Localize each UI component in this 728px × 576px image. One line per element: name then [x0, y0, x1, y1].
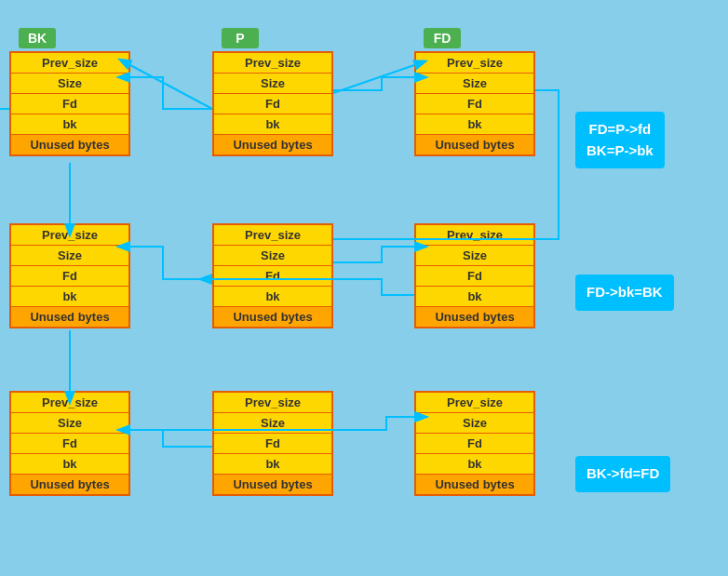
bk2-unused: Unused bytes — [11, 307, 128, 327]
fd-block-row3: Prev_size Size Fd bk Unused bytes — [414, 391, 535, 496]
fd2-fd: Fd — [416, 266, 533, 287]
p-label-row1: P — [222, 28, 259, 48]
bk2-size: Size — [11, 246, 128, 266]
bk3-bk: bk — [11, 454, 128, 475]
fd2-size: Size — [416, 246, 533, 266]
arrow-p1-to-fd1-poly — [333, 77, 414, 90]
arrow-p3-bk-to-bk3 — [130, 430, 212, 447]
p-tag-row1: P — [222, 28, 259, 48]
bk2-prevsize: Prev_size — [11, 225, 128, 246]
fd2-prevsize: Prev_size — [416, 225, 533, 246]
fd3-bk: bk — [416, 454, 533, 475]
info1-line1: FD=P->fd — [586, 119, 654, 141]
p-block-row1: Prev_size Size Fd bk Unused bytes — [212, 51, 333, 156]
p1-size: Size — [214, 74, 331, 94]
p2-fd: Fd — [214, 266, 331, 287]
p3-prevsize: Prev_size — [214, 393, 331, 413]
bk3-size: Size — [11, 413, 128, 434]
arrow-p2-bk-to-bk2 — [130, 247, 212, 279]
info-box-row3: BK->fd=FD — [575, 456, 670, 492]
p3-fd: Fd — [214, 434, 331, 454]
fd1-unused: Unused bytes — [416, 135, 533, 154]
bk1-fd: Fd — [11, 94, 128, 114]
fd-tag-row1: FD — [424, 28, 461, 48]
p3-bk: bk — [214, 454, 331, 475]
bk-label-row1: BK — [19, 28, 56, 48]
p2-bk: bk — [214, 287, 331, 307]
p3-size: Size — [214, 413, 331, 434]
bk1-prevsize: Prev_size — [11, 53, 128, 74]
fd2-unused: Unused bytes — [416, 307, 533, 327]
fd2-bk: bk — [416, 287, 533, 307]
fd3-unused: Unused bytes — [416, 475, 533, 494]
bk-block-row1: Prev_size Size Fd bk Unused bytes — [9, 51, 130, 156]
bk1-unused: Unused bytes — [11, 135, 128, 154]
fd-label-row1: FD — [424, 28, 461, 48]
arrow-p3-fd-to-fd3 — [333, 417, 414, 430]
fd1-bk: bk — [416, 114, 533, 135]
p-block-row2: Prev_size Size Fd bk Unused bytes — [212, 223, 333, 328]
bk3-fd: Fd — [11, 434, 128, 454]
arrow-p1-to-bk1-poly — [130, 77, 212, 109]
fd-block-row2: Prev_size Size Fd bk Unused bytes — [414, 223, 535, 328]
arrow-p2-fd-to-fd2 — [333, 247, 414, 262]
fd1-prevsize: Prev_size — [416, 53, 533, 74]
fd3-prevsize: Prev_size — [416, 393, 533, 413]
p2-prevsize: Prev_size — [214, 225, 331, 246]
arrow-p1-fd-to-fd1 — [333, 65, 414, 93]
bk3-unused: Unused bytes — [11, 475, 128, 494]
info1-line2: BK=P->bk — [586, 141, 654, 162]
bk1-bk: bk — [11, 114, 128, 135]
p2-size: Size — [214, 246, 331, 266]
bk-block-row2: Prev_size Size Fd bk Unused bytes — [9, 223, 130, 328]
fd3-size: Size — [416, 413, 533, 434]
fd1-fd: Fd — [416, 94, 533, 114]
info-box-row2: FD->bk=BK — [575, 275, 674, 311]
p3-unused: Unused bytes — [214, 475, 331, 494]
fd3-fd: Fd — [416, 434, 533, 454]
arrow-p1-bk-to-bk1 — [130, 65, 212, 109]
bk1-size: Size — [11, 74, 128, 94]
p2-unused: Unused bytes — [214, 307, 331, 327]
info-box-row1: FD=P->fd BK=P->bk — [575, 112, 665, 168]
p1-fd: Fd — [214, 94, 331, 114]
p-block-row3: Prev_size Size Fd bk Unused bytes — [212, 391, 333, 496]
bk2-fd: Fd — [11, 266, 128, 287]
info2-text: FD->bk=BK — [586, 282, 663, 303]
bk2-bk: bk — [11, 287, 128, 307]
bk-tag-row1: BK — [19, 28, 56, 48]
p1-prevsize: Prev_size — [214, 53, 331, 74]
info3-text: BK->fd=FD — [586, 463, 659, 485]
p1-bk: bk — [214, 114, 331, 135]
p1-unused: Unused bytes — [214, 135, 331, 154]
bk3-prevsize: Prev_size — [11, 393, 128, 413]
fd-block-row1: Prev_size Size Fd bk Unused bytes — [414, 51, 535, 156]
bk-block-row3: Prev_size Size Fd bk Unused bytes — [9, 391, 130, 496]
fd1-size: Size — [416, 74, 533, 94]
